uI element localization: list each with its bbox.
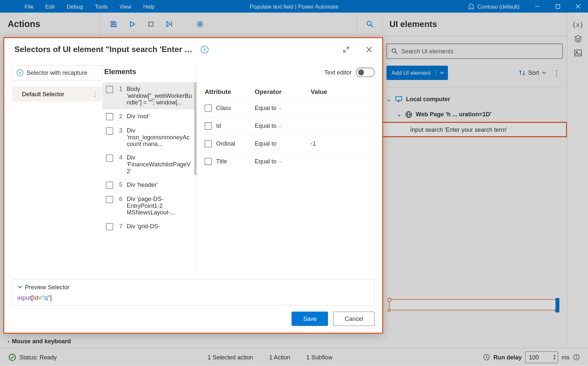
- chevron-down-icon: ⌄: [387, 96, 391, 102]
- text-editor-toggle[interactable]: [356, 68, 375, 77]
- element-row[interactable]: 5 Div 'header': [103, 178, 197, 192]
- info-icon[interactable]: i: [201, 46, 208, 53]
- more-icon[interactable]: ⋮: [550, 68, 563, 77]
- attr-row[interactable]: Id Equal to⌵: [205, 116, 375, 134]
- record-icon[interactable]: [193, 17, 207, 31]
- chevron-down-icon: [542, 70, 546, 75]
- images-icon[interactable]: [573, 49, 582, 57]
- info-icon[interactable]: [573, 354, 580, 361]
- operator-select[interactable]: Equal to⌵: [255, 122, 311, 129]
- canvas-placeholder: [389, 299, 556, 310]
- computer-icon: [395, 95, 403, 103]
- attr-value: -1: [311, 140, 375, 147]
- status-subflow: 1 Subflow: [306, 354, 332, 361]
- text-editor-label: Text editor: [325, 69, 352, 76]
- default-selector-label: Default Selector: [22, 91, 64, 98]
- element-row[interactable]: 6 Div 'page-DS-EntryPoint1-2 MSNewsLayou…: [103, 192, 197, 219]
- run-delay-input[interactable]: 100 ▲▼: [525, 351, 558, 363]
- element-row[interactable]: 2 Div 'root': [103, 109, 197, 124]
- preview-selector-toggle[interactable]: Preview Selector: [17, 284, 369, 291]
- tenant-picker[interactable]: Contoso (default): [460, 3, 527, 10]
- sort-button[interactable]: Sort: [519, 70, 546, 76]
- element-index: 5: [117, 181, 122, 189]
- minimize-button[interactable]: [527, 0, 548, 13]
- add-ui-element-label: Add UI element: [387, 70, 436, 76]
- chevron-down-icon: ⌵: [279, 123, 282, 128]
- checkbox[interactable]: [106, 113, 113, 120]
- more-icon[interactable]: ⋮: [92, 91, 98, 98]
- ms-label: ms: [562, 354, 570, 361]
- stop-icon[interactable]: [144, 17, 158, 31]
- globe-icon: [405, 111, 412, 118]
- svg-point-6: [199, 23, 201, 25]
- element-row[interactable]: 7 Div 'grid-DS-: [103, 219, 197, 234]
- element-row[interactable]: 1 Body 'window["_webWorkerBundle"] = "";…: [103, 82, 197, 109]
- search-flow-icon[interactable]: [357, 13, 382, 36]
- save-button[interactable]: Save: [292, 312, 328, 326]
- element-index: 3: [117, 127, 122, 148]
- menu-help[interactable]: Help: [137, 3, 160, 10]
- tree-label: Local computer: [406, 96, 450, 102]
- spin-arrows[interactable]: ▲▼: [553, 354, 556, 361]
- menu-tools[interactable]: Tools: [89, 3, 113, 10]
- checkbox[interactable]: [106, 182, 113, 189]
- menu-view[interactable]: View: [113, 3, 137, 10]
- attr-row[interactable]: Class Equal to⌵: [205, 99, 375, 116]
- checkbox[interactable]: [106, 196, 113, 203]
- chevron-right-icon: ›: [8, 338, 9, 344]
- tree-web-page[interactable]: ⌄ Web Page 'h ... uration=1D': [382, 107, 567, 122]
- cancel-button[interactable]: Cancel: [333, 312, 375, 326]
- check-circle-icon: [9, 353, 16, 361]
- add-ui-element-dropdown[interactable]: [436, 70, 448, 75]
- svg-point-25: [576, 355, 577, 356]
- checkbox[interactable]: [205, 158, 212, 165]
- tree-selected-element[interactable]: Input search 'Enter your search term': [382, 122, 567, 137]
- element-text: Body 'window["_webWorkerBundle"] = ""; w…: [127, 86, 192, 106]
- variables-icon[interactable]: {x}: [572, 21, 584, 29]
- operator-label: Equal to: [255, 140, 276, 147]
- element-row[interactable]: 3 Div 'msn_logomsnmoneyAccount mana...: [103, 124, 197, 151]
- element-index: 7: [117, 223, 122, 230]
- tree-local-computer[interactable]: ⌄ Local computer: [382, 92, 567, 107]
- maximize-button[interactable]: [547, 0, 568, 13]
- checkbox[interactable]: [205, 140, 212, 147]
- actions-pane-title: Actions: [0, 19, 100, 29]
- save-icon[interactable]: [107, 17, 121, 31]
- ui-elements-rail-icon[interactable]: [573, 35, 582, 43]
- checkbox[interactable]: [106, 86, 113, 93]
- add-ui-element-button[interactable]: Add UI element: [387, 66, 448, 80]
- expand-icon[interactable]: [343, 46, 349, 52]
- close-button[interactable]: [568, 0, 588, 13]
- selector-with-recapture-button[interactable]: + Selector with recapture: [12, 65, 103, 80]
- scrollbar[interactable]: [194, 82, 197, 175]
- svg-rect-19: [574, 50, 581, 56]
- sidebar-group-mouse-keyboard[interactable]: › Mouse and keyboard: [8, 338, 71, 345]
- element-index: 4: [117, 154, 122, 175]
- checkbox[interactable]: [106, 127, 113, 135]
- element-text: Div 'page-DS-EntryPoint1-2 MSNewsLayout-…: [127, 196, 192, 216]
- status-bar: Status: Ready 1 Selected action 1 Action…: [0, 348, 588, 366]
- attr-row[interactable]: Title Equal to⌵: [205, 152, 375, 170]
- checkbox[interactable]: [106, 223, 113, 230]
- operator-select[interactable]: Equal to⌵: [255, 104, 311, 111]
- checkbox[interactable]: [106, 155, 113, 162]
- close-dialog-icon[interactable]: [366, 46, 372, 52]
- svg-rect-13: [396, 97, 402, 100]
- step-icon[interactable]: [162, 17, 177, 31]
- operator-select[interactable]: Equal to: [255, 140, 311, 147]
- attr-row[interactable]: Ordinal Equal to -1: [205, 134, 375, 152]
- run-icon[interactable]: [125, 17, 139, 31]
- element-row[interactable]: 4 Div 'FinanceWatchlistPageV2': [103, 151, 197, 178]
- checkbox[interactable]: [205, 122, 212, 129]
- col-attribute: Attribute: [205, 88, 255, 95]
- menu-file[interactable]: File: [19, 3, 40, 10]
- operator-select[interactable]: Equal to⌵: [255, 158, 311, 165]
- ui-elements-pane-title: UI elements: [389, 19, 437, 29]
- sidebar-group-label: Mouse and keyboard: [12, 338, 71, 345]
- elements-list: 1 Body 'window["_webWorkerBundle"] = "";…: [103, 82, 197, 279]
- checkbox[interactable]: [205, 104, 212, 112]
- default-selector-item[interactable]: Default Selector ⋮: [12, 86, 103, 101]
- menu-edit[interactable]: Edit: [39, 3, 61, 10]
- search-ui-elements-input[interactable]: Search UI elements: [387, 43, 563, 59]
- menu-debug[interactable]: Debug: [61, 3, 89, 10]
